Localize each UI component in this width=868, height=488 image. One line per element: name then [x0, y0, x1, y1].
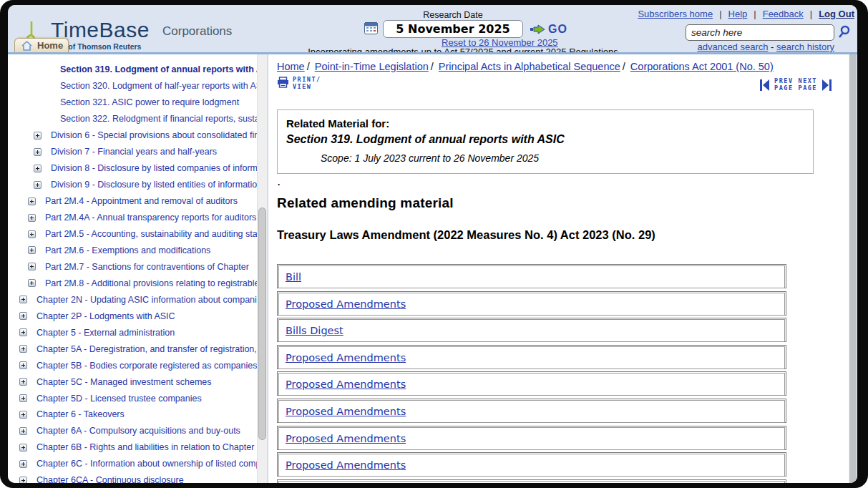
expand-plus-icon[interactable]	[19, 378, 27, 386]
tree-item-chapter-5b[interactable]: Chapter 5B - Bodies corporate registered…	[8, 357, 257, 374]
expand-plus-icon[interactable]	[34, 181, 42, 189]
related-link-row: Proposed Amendments	[277, 291, 786, 316]
tree-item-part-2m7[interactable]: Part 2M.7 - Sanctions for contraventions…	[8, 258, 257, 275]
tree-item-section-321[interactable]: Section 321. ASIC power to require lodgm…	[8, 94, 257, 111]
expand-plus-icon[interactable]	[28, 230, 36, 238]
related-link-row: Proposed Amendments	[277, 371, 786, 396]
expand-plus-icon[interactable]	[34, 165, 42, 172]
tree-item-chapter-6a[interactable]: Chapter 6A - Compulsory acquisitions and…	[8, 423, 257, 439]
expand-plus-icon[interactable]	[19, 312, 27, 320]
expand-plus-icon[interactable]	[34, 132, 42, 140]
breadcrumb-corporations-act[interactable]: Corporations Act 2001 (No. 50)	[630, 61, 774, 72]
tree-item-division-7[interactable]: Division 7 - Financial years and half-ye…	[8, 144, 257, 160]
related-link-row: Proposed Amendments	[277, 426, 786, 450]
expand-plus-icon[interactable]	[19, 296, 27, 303]
page: TimeBase Corporations Part of Thomson Re…	[8, 5, 857, 483]
main-scrollbar[interactable]	[849, 54, 857, 483]
tree-item-part-2m8[interactable]: Part 2M.8 - Additional provisions relati…	[8, 275, 257, 291]
tree-item-part-2m6[interactable]: Part 2M.6 - Exemptions and modifications	[8, 242, 257, 258]
tree-item-chapter-6ca[interactable]: Chapter 6CA - Continuous disclosure	[8, 472, 257, 483]
proposed-amendments-link[interactable]: Proposed Amendments	[286, 352, 406, 363]
tree-item-chapter-6b[interactable]: Chapter 6B - Rights and liabilities in r…	[8, 439, 257, 456]
expand-plus-icon[interactable]	[19, 411, 27, 419]
tree-item-division-8[interactable]: Division 8 - Disclosure by listed compan…	[8, 160, 257, 177]
expand-plus-icon[interactable]	[19, 427, 27, 435]
search-input[interactable]	[686, 24, 834, 41]
help-link[interactable]: Help	[728, 9, 748, 19]
tree-item-chapter-6[interactable]: Chapter 6 - Takeovers	[8, 406, 257, 423]
expand-plus-icon[interactable]	[19, 460, 27, 468]
tree-item-part-2m4[interactable]: Part 2M.4 - Appointment and removal of a…	[8, 193, 257, 210]
proposed-amendments-link[interactable]: Proposed Amendments	[286, 379, 406, 390]
main-scrollbar-thumb[interactable]	[849, 54, 857, 483]
prev-page-button[interactable]: PREV PAGE	[774, 78, 793, 92]
tree-item-division-6[interactable]: Division 6 - Special provisions about co…	[8, 127, 257, 144]
expand-plus-icon[interactable]	[19, 394, 27, 402]
tree-item-section-322[interactable]: Section 322. Relodgment if financial rep…	[8, 111, 257, 127]
proposed-amendments-link[interactable]: Proposed Amendments	[286, 459, 406, 471]
tree-item-chapter-2p[interactable]: Chapter 2P - Lodgments with ASIC	[8, 308, 257, 324]
prev-page-icon[interactable]	[760, 79, 769, 91]
next-page-icon[interactable]	[822, 79, 832, 91]
proposed-amendments-link[interactable]: Proposed Amendments	[286, 298, 406, 310]
tree-item-chapter-2n[interactable]: Chapter 2N - Updating ASIC information a…	[8, 291, 257, 308]
subscribers-home-link[interactable]: Subscribers home	[638, 9, 713, 19]
breadcrumb-separator: /	[623, 61, 625, 72]
expand-plus-icon[interactable]	[28, 279, 36, 287]
stray-dot: .	[278, 177, 280, 187]
tree-item-section-320[interactable]: Section 320. Lodgment of half-year repor…	[8, 78, 257, 94]
top-nav-links: Subscribers home | Help | Feedback | Log…	[638, 9, 854, 19]
tab-home[interactable]: Home	[14, 38, 69, 52]
expand-plus-icon[interactable]	[28, 263, 36, 270]
tree-item-chapter-6c[interactable]: Chapter 6C - Information about ownership…	[8, 456, 257, 472]
related-amending-heading: Related amending material	[277, 195, 454, 211]
related-links-list: Bill Proposed Amendments Bills Digest Pr…	[277, 264, 786, 483]
expand-plus-icon[interactable]	[19, 477, 27, 483]
related-link-row: Proposed Amendments	[277, 479, 786, 483]
product-name: Corporations	[162, 24, 232, 39]
tree-item-part-2m5[interactable]: Part 2M.5 - Accounting, sustainability a…	[8, 226, 257, 243]
separator: |	[719, 9, 721, 19]
proposed-amendments-link[interactable]: Proposed Amendments	[286, 406, 406, 417]
tree-item-chapter-5c[interactable]: Chapter 5C - Managed investment schemes	[8, 374, 257, 390]
expand-plus-icon[interactable]	[19, 345, 27, 353]
advanced-search-link[interactable]: advanced search	[697, 42, 768, 52]
sidebar-scrollbar-thumb[interactable]	[258, 208, 266, 440]
go-button[interactable]: GO	[530, 23, 567, 36]
proposed-amendments-link[interactable]: Proposed Amendments	[286, 433, 406, 444]
print-view-button[interactable]: PRINT/ VIEW	[277, 77, 321, 90]
related-material-title: Related Material for:	[286, 117, 804, 130]
tree-item-chapter-5d[interactable]: Chapter 5D - Licensed trustee companies	[8, 390, 257, 406]
sidebar-scrollbar[interactable]	[257, 54, 267, 483]
next-page-button[interactable]: NEXT PAGE	[799, 78, 817, 92]
expand-plus-icon[interactable]	[34, 148, 42, 156]
expand-plus-icon[interactable]	[28, 197, 36, 205]
expand-plus-icon[interactable]	[19, 361, 27, 369]
breadcrumb-home[interactable]: Home	[277, 61, 305, 72]
tree-item-division-9[interactable]: Division 9 - Disclosure by listed entiti…	[8, 177, 257, 193]
tree-item-section-319[interactable]: Section 319. Lodgment of annual reports …	[8, 62, 257, 78]
research-date-input[interactable]	[383, 20, 523, 38]
bill-link[interactable]: Bill	[286, 271, 301, 283]
breadcrumb-principal-acts[interactable]: Principal Acts in Alphabetical Sequence	[439, 61, 620, 72]
related-link-row: Proposed Amendments	[277, 452, 786, 477]
research-date-label: Research Date	[417, 10, 489, 20]
breadcrumb-separator: /	[307, 61, 310, 72]
tree-item-chapter-5a[interactable]: Chapter 5A - Deregistration, and transfe…	[8, 341, 257, 357]
header: TimeBase Corporations Part of Thomson Re…	[8, 5, 857, 52]
expand-plus-icon[interactable]	[19, 328, 27, 336]
search-history-link[interactable]: search history	[776, 42, 834, 52]
breadcrumb-pit-legislation[interactable]: Point-in-Time Legislation	[315, 61, 429, 72]
feedback-link[interactable]: Feedback	[763, 9, 804, 19]
separator: |	[754, 9, 756, 19]
expand-plus-icon[interactable]	[28, 214, 36, 222]
expand-plus-icon[interactable]	[19, 444, 27, 452]
logout-link[interactable]: Log Out	[819, 9, 854, 19]
expand-plus-icon[interactable]	[28, 246, 36, 254]
calendar-icon[interactable]	[364, 22, 378, 34]
tree-item-chapter-5[interactable]: Chapter 5 - External administration	[8, 324, 257, 341]
tab-home-label: Home	[37, 40, 63, 51]
tree-item-part-2m4a[interactable]: Part 2M.4A - Annual transparency reports…	[8, 210, 257, 226]
search-icon[interactable]	[838, 25, 851, 39]
bills-digest-link[interactable]: Bills Digest	[286, 325, 343, 336]
